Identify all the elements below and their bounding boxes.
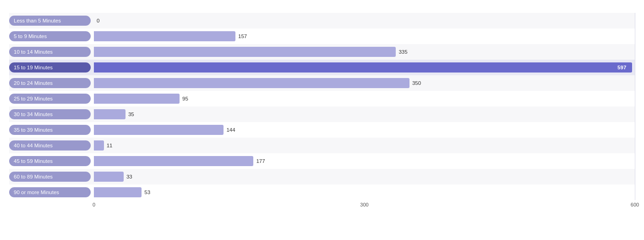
bar-fill [94,31,235,41]
bar-label: 5 to 9 Minutes [9,31,91,41]
bar-value: 177 [256,158,265,164]
bar-fill [94,78,409,88]
bar-row: 30 to 34 Minutes35 [9,106,635,122]
bar-fill [94,140,104,151]
bar-track: 95 [94,91,635,106]
bar-track: 350 [94,75,635,91]
bar-label: 45 to 59 Minutes [9,156,91,166]
x-axis-tick: 0 [93,202,95,207]
bar-fill [94,125,224,135]
bar-value: 35 [128,112,134,117]
bar-label: 10 to 14 Minutes [9,47,91,57]
bar-value: 53 [144,190,150,195]
bar-fill [94,187,142,197]
bar-track: 597 [94,60,635,75]
bar-track: 33 [94,169,635,184]
bar-value: 350 [412,80,421,86]
bar-row: 25 to 29 Minutes95 [9,91,635,106]
bar-track: 144 [94,122,635,138]
bar-fill [94,156,253,166]
x-axis-tick: 300 [360,202,368,207]
bar-track: 177 [94,153,635,169]
bar-fill [94,109,126,119]
bar-label: 60 to 89 Minutes [9,172,91,182]
bar-row: 60 to 89 Minutes33 [9,169,635,184]
bar-track: 35 [94,106,635,122]
bar-row: 10 to 14 Minutes335 [9,44,635,60]
bar-label: 30 to 34 Minutes [9,109,91,119]
chart-container: Less than 5 Minutes05 to 9 Minutes15710 … [0,0,644,240]
bar-label: 25 to 29 Minutes [9,94,91,104]
bar-value: 95 [182,96,188,101]
bar-fill [94,172,124,182]
bar-label: Less than 5 Minutes [9,16,91,26]
bar-label: 15 to 19 Minutes [9,62,91,73]
bar-value: 33 [126,174,132,179]
bar-value: 11 [107,143,113,148]
bar-track: 0 [94,13,635,28]
bar-value: 144 [226,127,235,133]
bar-label: 90 or more Minutes [9,187,91,197]
bar-label: 35 to 39 Minutes [9,125,91,135]
bar-label: 40 to 44 Minutes [9,140,91,151]
bar-fill [94,47,396,57]
bars-area: Less than 5 Minutes05 to 9 Minutes15710 … [9,13,635,200]
bar-value: 0 [97,18,99,23]
bar-row: 15 to 19 Minutes597 [9,60,635,75]
bar-value: 157 [238,33,247,39]
bar-value: 335 [398,49,407,55]
x-axis-tick: 600 [631,202,639,207]
chart-body: Less than 5 Minutes05 to 9 Minutes15710 … [9,13,635,205]
bar-fill [94,94,180,104]
bar-value: 597 [617,65,626,70]
grid-line [635,13,635,200]
bar-row: 45 to 59 Minutes177 [9,153,635,169]
bar-row: 5 to 9 Minutes157 [9,28,635,44]
bar-track: 157 [94,28,635,44]
bar-track: 335 [94,44,635,60]
bar-row: 35 to 39 Minutes144 [9,122,635,138]
x-axis: 0300600 [94,202,635,205]
bar-row: 40 to 44 Minutes11 [9,138,635,153]
bar-row: 20 to 24 Minutes350 [9,75,635,91]
bar-fill [94,62,632,73]
bar-track: 53 [94,184,635,200]
bar-track: 11 [94,138,635,153]
bar-label: 20 to 24 Minutes [9,78,91,88]
bar-row: 90 or more Minutes53 [9,184,635,200]
bar-row: Less than 5 Minutes0 [9,13,635,28]
